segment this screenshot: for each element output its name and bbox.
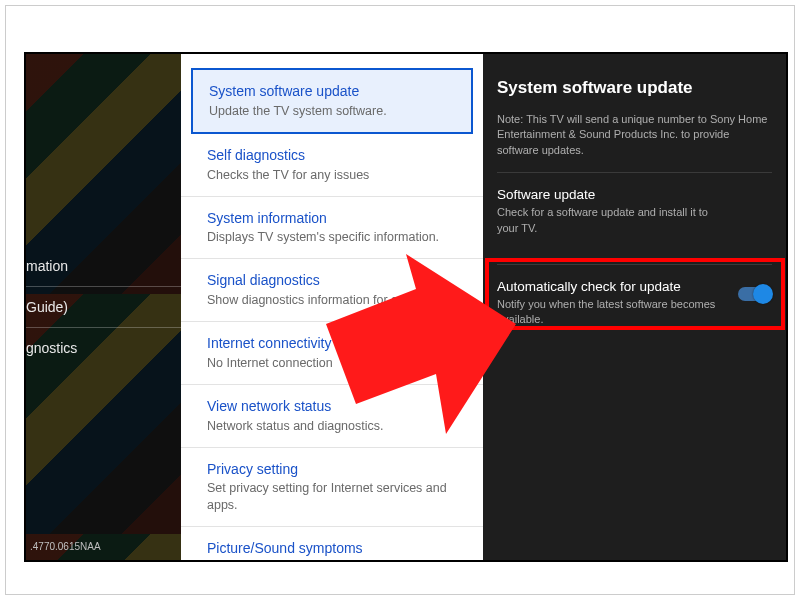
menu-item-title: Picture/Sound symptoms	[207, 539, 469, 558]
section-software-update[interactable]: Software update Check for a software upd…	[497, 172, 772, 250]
settings-submenu-list: System software update Update the TV sys…	[181, 54, 483, 562]
left-menu-label: Guide)	[26, 299, 68, 315]
tv-screen: mation Guide) gnostics .4770.0615NAA Sys…	[24, 52, 788, 562]
menu-item-title: Internet connectivity symptoms	[207, 334, 469, 353]
left-menu-item[interactable]: Guide)	[26, 286, 181, 327]
menu-item-privacy-setting[interactable]: Privacy setting Set privacy setting for …	[181, 448, 483, 528]
left-menu-item[interactable]: mation	[26, 246, 181, 286]
detail-panel: System software update Note: This TV wil…	[483, 54, 786, 560]
menu-item-subtitle: Picture or Sound problems	[207, 560, 469, 562]
menu-item-title: Self diagnostics	[207, 146, 469, 165]
menu-item-internet-connectivity[interactable]: Internet connectivity symptoms No Intern…	[181, 322, 483, 385]
toggle-knob	[753, 284, 773, 304]
menu-item-subtitle: Displays TV system's specific informatio…	[207, 229, 469, 246]
section-subtitle: Notify you when the latest software beco…	[497, 297, 772, 328]
auto-update-toggle[interactable]	[738, 287, 770, 301]
section-title: Software update	[497, 187, 772, 202]
left-menu-label: mation	[26, 258, 68, 274]
settings-submenu: System software update Update the TV sys…	[181, 54, 483, 560]
menu-item-subtitle: Checks the TV for any issues	[207, 167, 469, 184]
section-subtitle: Check for a software update and install …	[497, 205, 772, 236]
menu-item-subtitle: Set privacy setting for Internet service…	[207, 480, 469, 514]
menu-item-title: Privacy setting	[207, 460, 469, 479]
detail-title: System software update	[497, 78, 772, 98]
left-menu-label: gnostics	[26, 340, 77, 356]
menu-item-subtitle: Show diagnostics information for current…	[207, 292, 469, 309]
menu-item-title: View network status	[207, 397, 469, 416]
left-menu-column: mation Guide) gnostics .4770.0615NAA	[26, 54, 181, 560]
section-title: Automatically check for update	[497, 279, 772, 294]
menu-item-view-network-status[interactable]: View network status Network status and d…	[181, 385, 483, 448]
menu-item-title: Signal diagnostics	[207, 271, 469, 290]
menu-item-title: System software update	[209, 82, 457, 101]
menu-item-system-information[interactable]: System information Displays TV system's …	[181, 197, 483, 260]
menu-item-self-diagnostics[interactable]: Self diagnostics Checks the TV for any i…	[181, 134, 483, 197]
detail-note: Note: This TV will send a unique number …	[497, 112, 772, 158]
menu-item-subtitle: No Internet connection	[207, 355, 469, 372]
menu-item-title: System information	[207, 209, 469, 228]
menu-item-picture-sound[interactable]: Picture/Sound symptoms Picture or Sound …	[181, 527, 483, 562]
menu-item-system-software-update[interactable]: System software update Update the TV sys…	[191, 68, 473, 134]
section-auto-check-update[interactable]: Automatically check for update Notify yo…	[497, 264, 772, 342]
left-menu-item[interactable]: gnostics	[26, 327, 181, 368]
firmware-version: .4770.0615NAA	[30, 541, 170, 552]
menu-item-signal-diagnostics[interactable]: Signal diagnostics Show diagnostics info…	[181, 259, 483, 322]
screenshot-frame: mation Guide) gnostics .4770.0615NAA Sys…	[5, 5, 795, 595]
menu-item-subtitle: Network status and diagnostics.	[207, 418, 469, 435]
menu-item-subtitle: Update the TV system software.	[209, 103, 457, 120]
